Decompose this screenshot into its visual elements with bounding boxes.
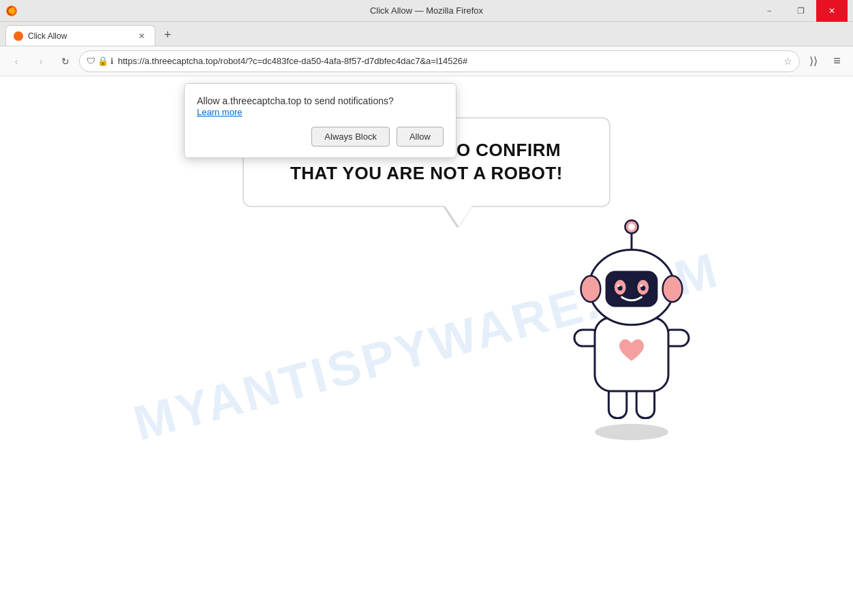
browser-tab[interactable]: Click Allow ✕ [5,25,155,46]
security-icons: 🛡 🔒 ℹ [87,56,114,66]
svg-point-3 [595,424,668,440]
svg-point-21 [640,284,643,287]
svg-point-24 [628,224,635,230]
svg-point-12 [663,276,683,302]
back-button[interactable]: ‹ [5,50,27,72]
new-tab-button[interactable]: + [158,25,177,44]
svg-point-20 [617,284,620,287]
restore-button[interactable]: ❐ [785,0,816,22]
bookmark-star-icon[interactable]: ☆ [784,56,792,67]
tabbar: Click Allow ✕ + [0,22,853,46]
url-input[interactable] [118,56,779,66]
window-title: Click Allow — Mozilla Firefox [370,5,483,16]
robot-svg [546,199,717,444]
lock-icon: 🔒 [97,56,108,66]
menu-button[interactable]: ≡ [826,50,848,72]
svg-point-2 [14,31,23,41]
notification-popup: Allow a.threecaptcha.top to send notific… [184,83,456,158]
forward-button[interactable]: › [30,50,52,72]
notification-buttons: Always Block Allow [197,127,444,147]
tab-title: Click Allow [28,31,131,41]
svg-point-11 [581,276,601,302]
navbar: ‹ › ↻ 🛡 🔒 ℹ ☆ ⟩⟩ ≡ [0,46,853,76]
minimize-button[interactable]: − [754,0,785,22]
notification-text: Allow a.threecaptcha.top to send notific… [197,95,394,106]
shield-icon: 🛡 [87,56,95,66]
titlebar-left [5,5,18,17]
browser-content: MYANTISPYWARE.COM Allow a.threecaptcha.t… [0,76,853,616]
window-controls: − ❐ ✕ [754,0,848,22]
info-icon: ℹ [110,57,114,66]
url-bar[interactable]: 🛡 🔒 ℹ ☆ [79,50,800,72]
robot-illustration [546,199,717,444]
close-button[interactable]: ✕ [816,0,848,22]
tab-favicon-icon [13,31,24,42]
extensions-button[interactable]: ⟩⟩ [803,50,824,72]
tab-close-button[interactable]: ✕ [136,30,148,42]
always-block-button[interactable]: Always Block [311,127,390,147]
learn-more-link[interactable]: Learn more [197,107,444,117]
firefox-logo-icon [5,5,18,17]
titlebar: Click Allow — Mozilla Firefox − ❐ ✕ [0,0,853,22]
reload-button[interactable]: ↻ [55,50,76,72]
nav-extras: ⟩⟩ ≡ [803,50,848,72]
allow-button[interactable]: Allow [397,127,444,147]
